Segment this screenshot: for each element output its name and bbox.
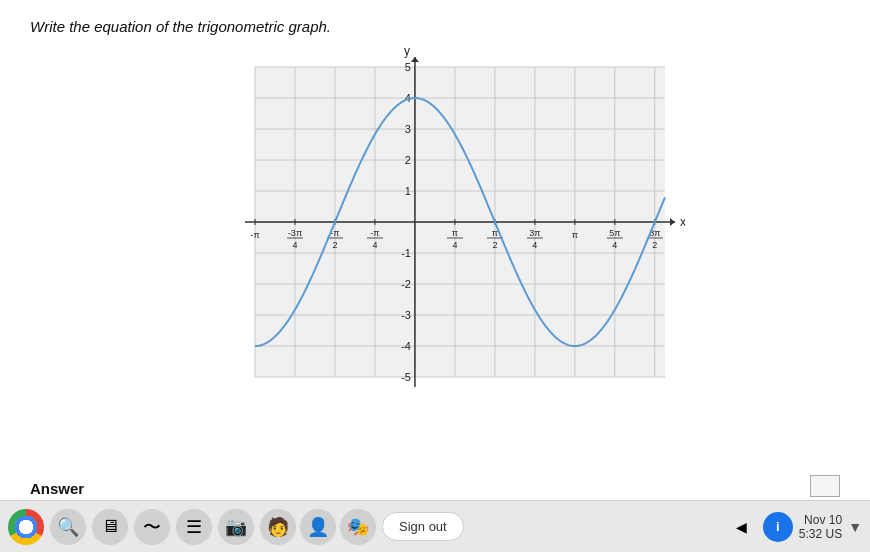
network-icon: ▼ — [848, 519, 862, 535]
apps-group: 🧑 👤 🎭 — [260, 509, 376, 545]
search-icon[interactable]: 🔍 — [50, 509, 86, 545]
menu-icon[interactable]: ☰ — [176, 509, 212, 545]
taskbar: 🔍 🖥 〜 ☰ 📷 🧑 👤 🎭 Sign out ◀ i Nov 10 5:32… — [0, 500, 870, 552]
answer-section: Answer — [30, 480, 84, 497]
graph-container — [185, 47, 685, 427]
person-icon-2[interactable]: 👤 — [300, 509, 336, 545]
main-content: Write the equation of the trigonometric … — [0, 0, 870, 500]
sign-out-button[interactable]: Sign out — [382, 512, 464, 541]
trig-graph — [185, 47, 685, 427]
photo-icon[interactable]: 📷 — [218, 509, 254, 545]
answer-label: Answer — [30, 480, 84, 497]
time-date[interactable]: Nov 10 5:32 US — [799, 513, 842, 541]
person-icon-1[interactable]: 🧑 — [260, 509, 296, 545]
time: 5:32 US — [799, 527, 842, 541]
monitor-icon[interactable]: 🖥 — [92, 509, 128, 545]
question-title: Write the equation of the trigonometric … — [30, 18, 840, 35]
answer-box — [810, 475, 840, 497]
person-icon-3[interactable]: 🎭 — [340, 509, 376, 545]
date: Nov 10 — [804, 513, 842, 527]
chrome-icon[interactable] — [8, 509, 44, 545]
info-icon[interactable]: i — [763, 512, 793, 542]
launcher-icon[interactable]: 〜 — [134, 509, 170, 545]
back-icon[interactable]: ◀ — [727, 512, 757, 542]
